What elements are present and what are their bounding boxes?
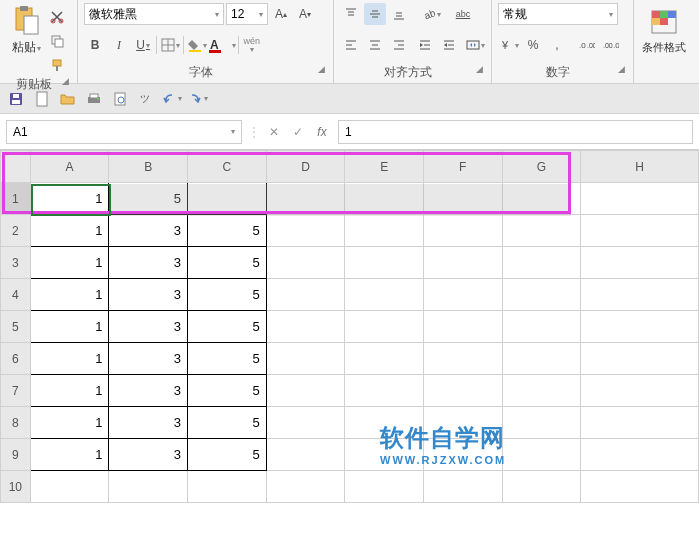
cell[interactable] — [581, 311, 699, 343]
cell[interactable] — [423, 215, 502, 247]
row-header[interactable]: 8 — [1, 407, 31, 439]
cell[interactable] — [266, 471, 345, 503]
cell[interactable]: 3 — [109, 279, 188, 311]
print-preview-button[interactable] — [110, 89, 130, 109]
row-header[interactable]: 6 — [1, 343, 31, 375]
col-header[interactable]: B — [109, 151, 188, 183]
cell[interactable] — [266, 247, 345, 279]
cell[interactable] — [502, 311, 581, 343]
merge-button[interactable]: ▾ — [464, 34, 486, 56]
font-name-select[interactable]: 微软雅黑▾ — [84, 3, 224, 25]
cell[interactable] — [423, 183, 502, 215]
row-header[interactable]: 4 — [1, 279, 31, 311]
spreadsheet-grid[interactable]: A B C D E F G H 115 2135 3135 4135 5135 … — [0, 150, 699, 503]
borders-button[interactable]: ▾ — [159, 34, 181, 56]
cell[interactable] — [502, 439, 581, 471]
col-header[interactable]: F — [423, 151, 502, 183]
underline-button[interactable]: U▾ — [132, 34, 154, 56]
cell[interactable]: 5 — [109, 183, 188, 215]
cell[interactable]: 3 — [109, 247, 188, 279]
col-header[interactable]: G — [502, 151, 581, 183]
cell[interactable] — [502, 279, 581, 311]
cell[interactable] — [266, 183, 345, 215]
align-top-button[interactable] — [340, 3, 362, 25]
col-header[interactable]: H — [581, 151, 699, 183]
italic-button[interactable]: I — [108, 34, 130, 56]
cell[interactable]: 1 — [30, 183, 109, 215]
cell[interactable] — [581, 247, 699, 279]
col-header[interactable]: A — [30, 151, 109, 183]
redo-button[interactable]: ▾ — [188, 89, 208, 109]
align-right-button[interactable] — [388, 34, 410, 56]
cell[interactable] — [423, 375, 502, 407]
formula-input[interactable] — [338, 120, 693, 144]
cell[interactable] — [502, 183, 581, 215]
font-size-select[interactable]: 12▾ — [226, 3, 268, 25]
cell[interactable] — [581, 407, 699, 439]
accept-edit-button[interactable]: ✓ — [288, 122, 308, 142]
cell[interactable] — [266, 439, 345, 471]
align-bottom-button[interactable] — [388, 3, 410, 25]
cell[interactable] — [266, 407, 345, 439]
print-button[interactable] — [84, 89, 104, 109]
cell[interactable]: 1 — [30, 407, 109, 439]
col-header[interactable]: C — [188, 151, 267, 183]
cell[interactable] — [502, 215, 581, 247]
cell[interactable] — [423, 247, 502, 279]
cell[interactable]: 5 — [188, 375, 267, 407]
cell[interactable] — [345, 279, 424, 311]
cell[interactable]: 5 — [188, 279, 267, 311]
undo-button[interactable]: ▾ — [162, 89, 182, 109]
cell[interactable]: 5 — [188, 407, 267, 439]
copy-button[interactable] — [46, 30, 68, 52]
cell[interactable]: 5 — [188, 311, 267, 343]
align-dialog-icon[interactable]: ◢ — [476, 64, 483, 74]
cell[interactable] — [266, 343, 345, 375]
cell[interactable]: 1 — [30, 215, 109, 247]
paste-button[interactable]: 粘贴▾ — [6, 2, 46, 58]
cell[interactable] — [423, 311, 502, 343]
cell[interactable]: 1 — [30, 375, 109, 407]
cell[interactable]: 1 — [30, 311, 109, 343]
cell[interactable] — [581, 343, 699, 375]
cell[interactable]: 3 — [109, 375, 188, 407]
cell[interactable] — [30, 471, 109, 503]
cell[interactable] — [502, 471, 581, 503]
cell[interactable] — [109, 471, 188, 503]
cell[interactable] — [345, 375, 424, 407]
bold-button[interactable]: B — [84, 34, 106, 56]
align-middle-button[interactable] — [364, 3, 386, 25]
cell[interactable] — [266, 215, 345, 247]
row-header[interactable]: 5 — [1, 311, 31, 343]
clipboard-dialog-icon[interactable]: ◢ — [62, 76, 69, 86]
row-header[interactable]: 1 — [1, 183, 31, 215]
cell[interactable] — [345, 311, 424, 343]
cell[interactable] — [423, 343, 502, 375]
pinyin-button[interactable]: wén▾ — [241, 34, 263, 56]
wrap-text-button[interactable]: abc — [452, 3, 474, 25]
currency-button[interactable]: ¥▾ — [498, 34, 520, 56]
name-box[interactable]: A1▾ — [6, 120, 242, 144]
row-header[interactable]: 7 — [1, 375, 31, 407]
align-left-button[interactable] — [340, 34, 362, 56]
cancel-edit-button[interactable]: ✕ — [264, 122, 284, 142]
decrease-decimal-button[interactable]: .00.0 — [600, 34, 622, 56]
row-header[interactable]: 9 — [1, 439, 31, 471]
cell[interactable] — [345, 183, 424, 215]
cell[interactable] — [266, 375, 345, 407]
fill-color-button[interactable]: ▾ — [186, 34, 208, 56]
col-header[interactable]: D — [266, 151, 345, 183]
cell[interactable] — [423, 279, 502, 311]
cell[interactable] — [345, 215, 424, 247]
cell[interactable]: 3 — [109, 311, 188, 343]
cell[interactable]: 1 — [30, 439, 109, 471]
cell[interactable] — [581, 471, 699, 503]
cell[interactable] — [502, 407, 581, 439]
conditional-format-button[interactable]: 条件格式 — [640, 2, 688, 58]
cell[interactable] — [502, 247, 581, 279]
select-all-corner[interactable] — [1, 151, 31, 183]
cell[interactable]: 5 — [188, 215, 267, 247]
increase-indent-button[interactable] — [438, 34, 460, 56]
number-dialog-icon[interactable]: ◢ — [618, 64, 625, 74]
cell[interactable] — [266, 311, 345, 343]
